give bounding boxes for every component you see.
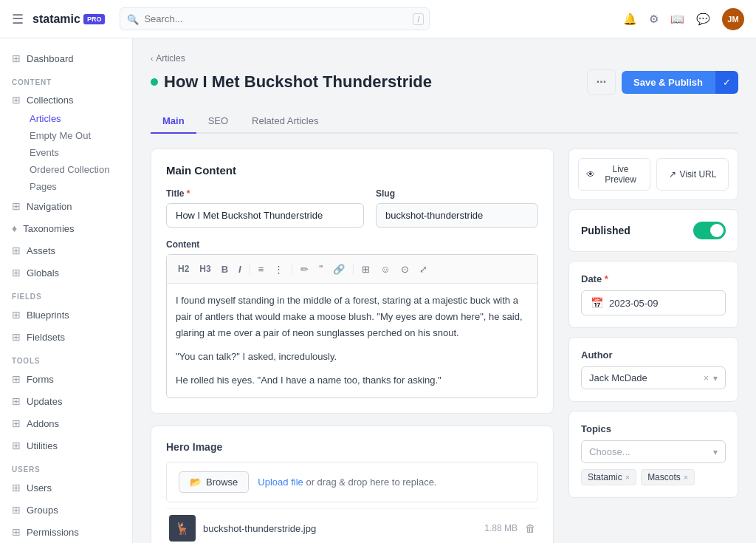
sidebar-item-fieldsets[interactable]: ⊞ Fieldsets [0, 326, 132, 348]
sidebar-item-collections[interactable]: ⊞ Collections [0, 89, 132, 110]
sidebar-item-dashboard[interactable]: ⊞ Dashboard [0, 47, 132, 69]
sidebar-item-navigation[interactable]: ⊞ Navigation [0, 195, 132, 217]
users-icon: ⊞ [12, 482, 21, 494]
editor-para-2: "You can talk?" I asked, incredulously. [176, 349, 529, 365]
card-title: Main Content [166, 164, 538, 177]
date-input[interactable] [609, 298, 716, 309]
sidebar-item-globals[interactable]: ⊞ Globals [0, 262, 132, 284]
main-form: Main Content Title * Slug [151, 148, 554, 543]
editor-content[interactable]: I found myself standing in the middle of… [167, 284, 537, 397]
sidebar-item-forms[interactable]: ⊞ Forms [0, 368, 132, 390]
forms-icon: ⊞ [12, 373, 21, 385]
content-group: Content H2 H3 B I ≡ ⋮ [166, 239, 538, 398]
fieldsets-icon: ⊞ [12, 331, 21, 343]
visit-url-button[interactable]: ↗ Visit URL [656, 158, 729, 191]
docs-icon[interactable]: 📖 [670, 13, 684, 26]
toolbar-table[interactable]: ⊞ [358, 262, 374, 277]
logo: statamic PRO [32, 13, 105, 26]
page-header: How I Met Buckshot Thunderstride ··· Sav… [151, 69, 738, 95]
chat-icon[interactable]: 💬 [696, 13, 710, 26]
header-actions: ··· Save & Publish ✓ [587, 69, 738, 95]
title-input[interactable] [166, 203, 364, 228]
save-publish-group: Save & Publish ✓ [622, 71, 738, 94]
section-label-users: USERS [0, 457, 132, 477]
navigation-icon: ⊞ [12, 200, 21, 212]
sidebar-sub-articles[interactable]: Articles [0, 110, 132, 127]
sidebar-item-addons[interactable]: ⊞ Addons [0, 412, 132, 434]
sidebar-item-permissions[interactable]: ⊞ Permissions [0, 521, 132, 543]
dashboard-icon: ⊞ [12, 52, 21, 64]
topics-arrow-icon[interactable]: ▾ [713, 447, 718, 457]
tags-row: Statamic × Mascots × [581, 469, 726, 485]
title-label: Title * [166, 188, 364, 199]
slug-input[interactable] [376, 203, 538, 228]
section-label-tools: TOOLS [0, 348, 132, 368]
sidebar-sub-empty-me-out[interactable]: Empty Me Out [0, 127, 132, 144]
toolbar-bold[interactable]: B [218, 262, 232, 277]
sidebar-item-taxonomies[interactable]: ♦ Taxonomies [0, 217, 132, 239]
editor-toolbar: H2 H3 B I ≡ ⋮ ✏ " 🔗 [167, 255, 537, 284]
more-options-button[interactable]: ··· [587, 69, 616, 95]
sidebar-item-utilities[interactable]: ⊞ Utilities [0, 434, 132, 457]
file-name: buckshot-thunderstride.jpg [203, 523, 477, 534]
author-select[interactable]: Jack McDade × ▾ [581, 366, 726, 389]
bell-icon[interactable]: 🔔 [623, 13, 637, 26]
avatar[interactable]: JM [722, 8, 744, 30]
author-clear-icon[interactable]: × [704, 373, 709, 383]
toolbar-emoji[interactable]: ☺ [377, 262, 394, 277]
tag-statamic-remove[interactable]: × [625, 473, 630, 482]
pro-badge: PRO [83, 14, 106, 24]
tab-related-articles[interactable]: Related Articles [240, 109, 330, 132]
gear-icon[interactable]: ⚙ [649, 13, 659, 26]
external-link-icon: ↗ [669, 169, 676, 180]
search-input[interactable] [120, 7, 430, 30]
hero-image-label: Hero Image [166, 441, 538, 453]
toolbar-ul[interactable]: ≡ [255, 262, 268, 277]
sidebar-item-groups[interactable]: ⊞ Groups [0, 499, 132, 521]
sidebar-item-assets[interactable]: ⊞ Assets [0, 239, 132, 262]
toolbar-code[interactable]: ⊙ [397, 262, 413, 277]
toolbar-sep-2 [292, 263, 292, 275]
content-label: Content [166, 239, 538, 250]
toolbar-pen[interactable]: ✏ [297, 262, 312, 277]
save-publish-button[interactable]: Save & Publish [622, 71, 715, 94]
toolbar-h2[interactable]: H2 [174, 262, 193, 276]
toolbar-h3[interactable]: H3 [196, 262, 214, 276]
author-arrow-icon[interactable]: ▾ [713, 373, 718, 383]
menu-icon[interactable]: ☰ [12, 11, 24, 27]
author-label: Author [581, 349, 726, 361]
sidebar-item-users[interactable]: ⊞ Users [0, 477, 132, 499]
browse-button[interactable]: 📂 Browse [179, 471, 249, 493]
toolbar-italic[interactable]: I [235, 262, 245, 277]
assets-icon: ⊞ [12, 245, 21, 256]
sidebar-sub-events[interactable]: Events [0, 144, 132, 161]
topics-select[interactable]: Choose... ▾ [581, 440, 726, 463]
tab-seo[interactable]: SEO [196, 109, 240, 132]
published-toggle[interactable] [693, 222, 726, 239]
live-preview-button[interactable]: 👁 Live Preview [578, 158, 650, 191]
toolbar-ol[interactable]: ⋮ [270, 262, 287, 277]
live-preview-icon: 👁 [586, 169, 595, 180]
sidebar-item-blueprints[interactable]: ⊞ Blueprints [0, 304, 132, 326]
collections-icon: ⊞ [12, 94, 21, 106]
taxonomies-icon: ♦ [12, 222, 17, 234]
date-label: Date * [581, 273, 726, 284]
sidebar-sub-ordered-collection[interactable]: Ordered Collection [0, 161, 132, 178]
file-delete-icon[interactable]: 🗑 [525, 522, 535, 534]
toolbar-quote[interactable]: " [315, 261, 326, 277]
upload-link[interactable]: Upload file [258, 477, 303, 488]
title-group: Title * [166, 188, 364, 228]
save-publish-split-button[interactable]: ✓ [715, 71, 738, 94]
date-input-wrap: 📅 [581, 290, 726, 315]
toolbar-expand[interactable]: ⤢ [416, 262, 431, 277]
breadcrumb-arrow: ‹ [151, 55, 153, 63]
file-thumb-icon: 🦌 [175, 522, 190, 536]
preview-card: 👁 Live Preview ↗ Visit URL [568, 148, 738, 200]
sidebar-sub-pages[interactable]: Pages [0, 178, 132, 195]
tab-main[interactable]: Main [151, 109, 196, 134]
tag-mascots-remove[interactable]: × [684, 473, 688, 482]
main-content-card: Main Content Title * Slug [151, 148, 554, 414]
sidebar-item-updates[interactable]: ⊞ Updates [0, 390, 132, 412]
checkmark-icon: ✓ [723, 77, 731, 88]
toolbar-link[interactable]: 🔗 [329, 262, 348, 277]
